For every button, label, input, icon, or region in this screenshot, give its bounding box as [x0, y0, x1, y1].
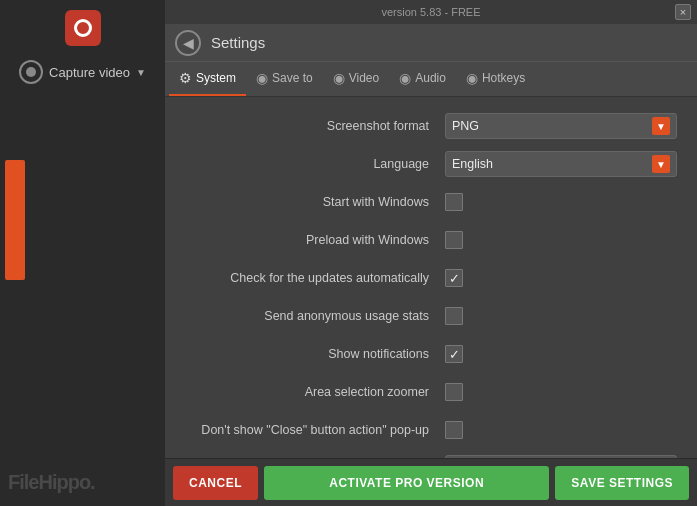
settings-content: Screenshot format PNG ▼ Language English…	[165, 97, 697, 458]
title-bar: version 5.83 - FREE ×	[165, 0, 697, 24]
dont-show-close-control	[445, 421, 677, 439]
back-icon: ◀	[183, 35, 194, 51]
language-row: Language English ▼	[185, 151, 677, 177]
anonymous-stats-row: Send anonymous usage stats	[185, 303, 677, 329]
preload-windows-checkbox[interactable]	[445, 231, 463, 249]
tab-video[interactable]: ◉ Video	[323, 62, 389, 96]
saveto-tab-icon: ◉	[256, 70, 268, 86]
app-logo	[65, 10, 101, 46]
anonymous-stats-label: Send anonymous usage stats	[185, 309, 445, 323]
show-notifications-row: Show notifications ✓	[185, 341, 677, 367]
footer: CANCEL ACTIVATE PRO VERSION SAVE SETTING…	[165, 458, 697, 506]
filehippo-watermark: FileHippo.	[8, 471, 95, 494]
language-arrow: ▼	[652, 155, 670, 173]
dont-show-close-checkbox[interactable]	[445, 421, 463, 439]
video-tab-label: Video	[349, 71, 379, 85]
tab-hotkeys[interactable]: ◉ Hotkeys	[456, 62, 535, 96]
cancel-button[interactable]: CANCEL	[173, 466, 258, 500]
system-tab-label: System	[196, 71, 236, 85]
hotkeys-tab-label: Hotkeys	[482, 71, 525, 85]
language-control: English ▼	[445, 151, 677, 177]
area-zoomer-label: Area selection zoomer	[185, 385, 445, 399]
capture-label: Capture video	[49, 65, 130, 80]
show-notifications-label: Show notifications	[185, 347, 445, 361]
check-updates-control: ✓	[445, 269, 677, 287]
check-updates-label: Check for the updates automatically	[185, 271, 445, 285]
screenshot-format-label: Screenshot format	[185, 119, 445, 133]
saveto-tab-label: Save to	[272, 71, 313, 85]
screenshot-format-control: PNG ▼	[445, 113, 677, 139]
logo-icon	[74, 19, 92, 37]
screenshot-format-select[interactable]: PNG ▼	[445, 113, 677, 139]
capture-dropdown-arrow: ▼	[136, 67, 146, 78]
save-settings-button[interactable]: SAVE SETTINGS	[555, 466, 689, 500]
show-notifications-control: ✓	[445, 345, 677, 363]
start-windows-label: Start with Windows	[185, 195, 445, 209]
system-tab-icon: ⚙	[179, 70, 192, 86]
sidebar-thumbnail	[5, 160, 25, 280]
start-windows-row: Start with Windows	[185, 189, 677, 215]
area-zoomer-control	[445, 383, 677, 401]
settings-header: ◀ Settings	[165, 24, 697, 62]
dont-show-close-label: Don't show "Close" button action" pop-up	[185, 423, 445, 437]
dont-show-close-row: Don't show "Close" button action" pop-up	[185, 417, 677, 443]
preload-windows-control	[445, 231, 677, 249]
main-panel: version 5.83 - FREE × ◀ Settings ⚙ Syste…	[165, 0, 697, 506]
audio-tab-label: Audio	[415, 71, 446, 85]
check-updates-checkbox[interactable]: ✓	[445, 269, 463, 287]
tabs-bar: ⚙ System ◉ Save to ◉ Video ◉ Audio ◉ Hot…	[165, 62, 697, 97]
capture-video-button[interactable]: Capture video ▼	[19, 60, 146, 84]
tab-save-to[interactable]: ◉ Save to	[246, 62, 323, 96]
show-notifications-checkbox[interactable]: ✓	[445, 345, 463, 363]
back-button[interactable]: ◀	[175, 30, 201, 56]
checkmark-icon: ✓	[449, 272, 460, 285]
preload-windows-row: Preload with Windows	[185, 227, 677, 253]
anonymous-stats-checkbox[interactable]	[445, 307, 463, 325]
screenshot-format-value: PNG	[452, 119, 479, 133]
video-tab-icon: ◉	[333, 70, 345, 86]
tab-system[interactable]: ⚙ System	[169, 62, 246, 96]
window-title: version 5.83 - FREE	[381, 6, 480, 18]
tab-audio[interactable]: ◉ Audio	[389, 62, 456, 96]
settings-title: Settings	[211, 34, 265, 51]
audio-tab-icon: ◉	[399, 70, 411, 86]
screenshot-format-row: Screenshot format PNG ▼	[185, 113, 677, 139]
anonymous-stats-control	[445, 307, 677, 325]
area-zoomer-row: Area selection zoomer	[185, 379, 677, 405]
language-label: Language	[185, 157, 445, 171]
hotkeys-tab-icon: ◉	[466, 70, 478, 86]
activate-pro-button[interactable]: ACTIVATE PRO VERSION	[264, 466, 549, 500]
language-value: English	[452, 157, 493, 171]
sidebar: Capture video ▼ FileHippo.	[0, 0, 165, 506]
preload-windows-label: Preload with Windows	[185, 233, 445, 247]
close-button[interactable]: ×	[675, 4, 691, 20]
start-windows-control	[445, 193, 677, 211]
area-zoomer-checkbox[interactable]	[445, 383, 463, 401]
checkmark-icon2: ✓	[449, 348, 460, 361]
check-updates-row: Check for the updates automatically ✓	[185, 265, 677, 291]
start-windows-checkbox[interactable]	[445, 193, 463, 211]
language-select[interactable]: English ▼	[445, 151, 677, 177]
capture-icon	[19, 60, 43, 84]
screenshot-format-arrow: ▼	[652, 117, 670, 135]
